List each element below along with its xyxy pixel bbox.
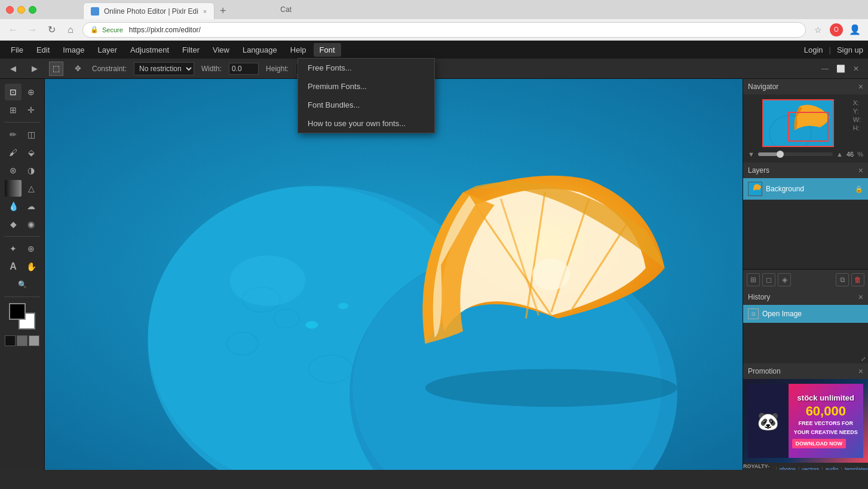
promotion-close-btn[interactable]: ×	[858, 366, 863, 376]
promo-desc1: FREE VECTORS FOR	[792, 420, 860, 427]
minimize-window-btn[interactable]	[17, 6, 25, 14]
foreground-color-swatch[interactable]	[9, 303, 26, 320]
canvas-image[interactable]	[45, 79, 743, 470]
navigator-header: Navigator ×	[743, 79, 868, 94]
smudge-tool[interactable]: ☁	[23, 198, 39, 215]
width-input[interactable]	[229, 63, 259, 75]
pattern-swatch-medium[interactable]	[17, 335, 27, 346]
toolbar-minimize-btn[interactable]: —	[819, 63, 831, 75]
zoom-in-icon[interactable]: ▲	[836, 151, 843, 158]
clone-tool[interactable]: ✛	[23, 102, 39, 118]
crop-tool[interactable]: ⊞	[5, 102, 22, 118]
toolbar-arrow-right[interactable]: ▶	[27, 62, 42, 76]
pattern-swatch-dark[interactable]	[5, 335, 16, 346]
bucket-tool[interactable]: ⬙	[23, 144, 39, 161]
move-tool-btn[interactable]: ✥	[70, 62, 85, 76]
menu-adjustment[interactable]: Adjustment	[124, 43, 175, 57]
constraint-select[interactable]: No restriction	[134, 62, 194, 75]
burn-tool[interactable]: ◉	[23, 216, 39, 233]
bookmark-btn[interactable]: ☆	[811, 23, 825, 37]
heal-tool[interactable]: ⊛	[5, 162, 22, 179]
tab-close-btn[interactable]: ×	[203, 8, 207, 15]
navigator-close-btn[interactable]: ×	[858, 82, 863, 91]
layer-item-background[interactable]: Background 🔒	[743, 178, 868, 200]
svg-point-9	[532, 259, 570, 291]
history-scroll-area: ⤢	[743, 359, 868, 363]
promo-vectors[interactable]: vectors	[802, 466, 819, 470]
brush-tool[interactable]: 🖌	[5, 144, 22, 161]
transform-tool[interactable]: ⊕	[23, 240, 39, 257]
sharpen-tool[interactable]: ◆	[5, 216, 22, 233]
menu-help[interactable]: Help	[284, 43, 312, 57]
font-menu-free[interactable]: Free Fonts...	[298, 59, 434, 77]
active-tab[interactable]: Online Photo Editor | Pixlr Edi ×	[83, 2, 214, 19]
hand-tool[interactable]: ✋	[23, 258, 39, 275]
toolbar-expand-btn[interactable]: ⬜	[835, 63, 846, 75]
tool-row-5: ⊛ ◑	[5, 162, 39, 179]
font-menu-premium[interactable]: Premium Fonts...	[298, 77, 434, 96]
menu-font[interactable]: Font	[314, 43, 341, 57]
promo-sep2: |	[798, 466, 799, 470]
toolbar-close-btn[interactable]: ✕	[850, 63, 862, 75]
font-menu-own-fonts[interactable]: How to use your own fonts...	[298, 114, 434, 133]
extension-btn[interactable]: 👤	[848, 23, 862, 37]
tab-title: Online Photo Editor | Pixlr Edi	[104, 7, 198, 16]
menu-layer[interactable]: Layer	[92, 43, 124, 57]
menu-filter[interactable]: Filter	[176, 43, 206, 57]
promo-download-btn[interactable]: DOWNLOAD NOW	[792, 439, 846, 448]
promo-ad[interactable]: 🐼 stöck unlimited 60,000 FREE VECTORS FO…	[743, 379, 868, 463]
menu-view[interactable]: View	[207, 43, 235, 57]
signup-btn[interactable]: Sign up	[837, 45, 863, 54]
text-tool[interactable]: A	[5, 258, 22, 275]
new-layer-btn[interactable]: ◻	[762, 273, 775, 286]
new-group-btn[interactable]: ⊞	[747, 273, 760, 286]
gradient-tool[interactable]	[5, 180, 22, 197]
dodge-tool[interactable]: ◑	[23, 162, 39, 179]
forward-btn[interactable]: →	[25, 23, 39, 37]
new-tab-btn[interactable]: +	[214, 2, 231, 19]
zoom-thumb[interactable]	[777, 151, 784, 158]
wand-tool[interactable]: ✦	[5, 240, 22, 257]
adjustment-layer-btn[interactable]: ◈	[778, 273, 791, 286]
select-tool-btn[interactable]: ⬚	[49, 62, 63, 76]
menu-edit[interactable]: Edit	[30, 43, 56, 57]
lasso-tool[interactable]: ⊕	[23, 84, 39, 100]
zoom-slider[interactable]	[758, 152, 833, 156]
promo-content: 🐼 stöck unlimited 60,000 FREE VECTORS FO…	[743, 379, 868, 470]
history-expand-icon: ⤢	[861, 356, 866, 362]
promo-photos[interactable]: photos	[780, 466, 796, 470]
opera-btn[interactable]: O	[830, 23, 843, 36]
address-input[interactable]: 🔒 Secure https://pixlr.com/editor/	[82, 22, 806, 38]
duplicate-layer-btn[interactable]: ⧉	[836, 273, 849, 286]
shape-tool[interactable]: △	[23, 180, 39, 197]
font-menu-bundles[interactable]: Font Bundles...	[298, 96, 434, 114]
history-item-open-image[interactable]: ⊡ Open Image	[743, 305, 868, 323]
login-btn[interactable]: Login	[804, 45, 823, 54]
canvas-area	[45, 79, 743, 470]
promo-audio[interactable]: audio	[826, 466, 839, 470]
delete-layer-btn[interactable]: 🗑	[851, 273, 864, 286]
zoom-out-icon[interactable]: ▼	[748, 151, 754, 158]
history-close-btn[interactable]: ×	[858, 292, 863, 302]
pencil-tool[interactable]: ✏	[5, 126, 22, 143]
back-btn[interactable]: ←	[6, 23, 20, 37]
menu-image[interactable]: Image	[57, 43, 90, 57]
tool-sep-1	[4, 122, 40, 123]
eraser-tool[interactable]: ◫	[23, 126, 39, 143]
maximize-window-btn[interactable]	[29, 6, 36, 14]
pattern-swatch-light[interactable]	[29, 335, 39, 346]
toolbar-arrow-left[interactable]: ◀	[6, 62, 20, 76]
layers-header: Layers ×	[743, 163, 868, 178]
navigator-preview	[762, 99, 834, 147]
close-window-btn[interactable]	[6, 6, 14, 14]
refresh-btn[interactable]: ↻	[44, 23, 59, 37]
layers-close-btn[interactable]: ×	[858, 166, 863, 175]
menu-bar: File Edit Image Layer Adjustment Filter …	[0, 41, 868, 59]
zoom-tool[interactable]: 🔍	[14, 276, 30, 293]
menu-file[interactable]: File	[5, 43, 29, 57]
menu-language[interactable]: Language	[237, 43, 283, 57]
eyedropper-tool[interactable]: 💧	[5, 198, 22, 215]
promo-templates[interactable]: templates	[845, 466, 868, 470]
select-tool[interactable]: ⊡	[5, 84, 22, 100]
home-btn[interactable]: ⌂	[63, 23, 78, 37]
